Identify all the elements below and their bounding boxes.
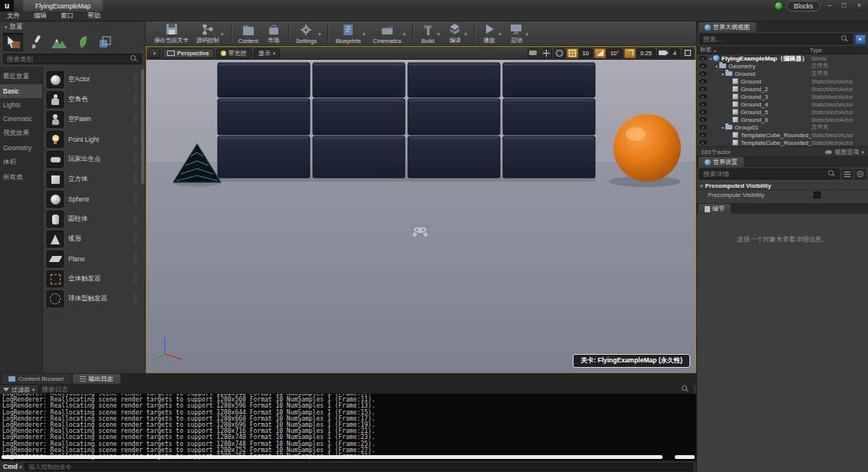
drag-handle[interactable] [133,194,137,205]
close-button[interactable] [853,0,865,11]
drag-handle[interactable] [133,114,137,125]
cmd-dropdown[interactable]: Cmd [3,463,21,470]
category-all-classes[interactable]: 所有类 [0,170,42,185]
visibility-eye-icon[interactable] [699,94,707,99]
table-row[interactable]: TemplateCube_Rounded_6 StaticMeshActor [697,131,868,139]
save-current-button[interactable]: 保存当前关卡 [150,22,192,45]
visibility-eye-icon[interactable] [699,140,707,145]
precompute-visibility-checkbox[interactable] [814,192,820,198]
column-label[interactable]: 标签 [700,46,810,54]
drag-handle[interactable] [133,293,137,304]
category-lights[interactable]: Lights [0,98,42,112]
list-item[interactable]: 空角色 [47,90,137,110]
display-filter-icon[interactable] [842,169,853,179]
visibility-eye-icon[interactable] [699,87,707,91]
table-row[interactable]: Geometry 文件夹 [697,62,868,70]
account-status-icon[interactable] [774,2,783,10]
level-tab[interactable]: FlyingExampleMap [23,0,103,11]
category-volumes[interactable]: 体积 [0,155,42,170]
table-row[interactable]: Ground StaticMeshActor [697,77,868,85]
category-geometry[interactable]: Geometry [0,141,42,155]
world-space-icon[interactable] [554,48,565,58]
column-type[interactable]: Type [810,47,865,54]
expander-icon[interactable] [722,70,724,77]
table-row[interactable]: FlyingExampleMap（编辑器） World [697,54,868,62]
section-precomputed-visibility[interactable]: Precomputed Visibility [697,181,868,190]
settings-button[interactable]: Settings [292,22,325,45]
camera-speed-value[interactable]: 4 [669,48,680,58]
rotation-snap-value[interactable]: 10° [607,48,623,58]
output-log-area[interactable]: LogRenderer: Reallocating scene render t… [0,394,696,461]
menu-file[interactable]: 文件 [0,11,27,21]
list-item[interactable]: Sphere [47,189,137,209]
list-item[interactable]: 球体型触发器 [47,289,137,309]
visibility-eye-icon[interactable] [699,110,707,114]
list-item[interactable]: 空Actor [47,70,137,90]
console-command-input[interactable] [25,463,693,471]
modes-header[interactable]: 放置 [0,21,145,31]
list-item[interactable]: 立方体 [47,169,137,189]
category-cinematic[interactable]: Cinematic [0,112,42,126]
compile-button[interactable]: 编译 [443,22,471,45]
landscape-mode-icon[interactable] [49,33,69,51]
tab-world-settings[interactable]: 世界设置 [699,157,744,167]
list-item[interactable]: 盒体触发器 [47,269,137,289]
list-item[interactable]: 空Pawn [47,110,137,129]
level-badge[interactable]: 关卡: FlyingExampleMap (永久性) [573,354,690,368]
tab-world-outliner[interactable]: 世界大纲视图 [699,22,756,32]
source-control-button[interactable]: 源码控制 [192,22,228,45]
panel-menu-icon[interactable] [855,34,866,44]
drag-handle[interactable] [133,74,137,85]
modes-search-box[interactable] [3,54,142,64]
visibility-eye-icon[interactable] [699,56,707,61]
expander-icon[interactable] [709,54,712,62]
log-search-box[interactable] [38,385,693,394]
rotation-snap-icon[interactable] [594,48,606,58]
drag-handle[interactable] [133,274,137,284]
visibility-eye-icon[interactable] [699,71,707,76]
gamepad-toggle-icon[interactable] [528,48,539,58]
viewport-3d-scene[interactable]: 关卡: FlyingExampleMap (永久性) [146,60,695,372]
paint-mode-icon[interactable] [26,33,46,51]
minimize-button[interactable] [824,0,835,11]
tab-output-log[interactable]: 输出日志 [73,374,120,384]
list-item[interactable]: 锥形 [47,229,137,249]
log-search-input[interactable] [42,385,679,393]
drag-handle[interactable] [133,214,137,225]
scrollbar-corner[interactable] [675,455,695,459]
grid-snap-icon[interactable] [567,48,578,58]
view-options-button[interactable]: 视图选项 [825,148,864,156]
category-basic[interactable]: Basic [0,84,42,98]
marketplace-button[interactable]: 市场 [262,22,285,45]
view-mode-button[interactable]: 带光照 [216,48,252,58]
list-item[interactable]: Point Light [47,129,137,149]
restore-button[interactable] [838,0,850,11]
play-button[interactable]: 播放 [478,22,505,45]
filters-button[interactable]: 过滤器 [3,385,35,394]
viewport-options-icon[interactable] [149,48,160,58]
list-item[interactable]: Plane [47,249,137,269]
outliner-search-box[interactable] [699,34,853,44]
visibility-eye-icon[interactable] [699,117,707,122]
visibility-eye-icon[interactable] [699,102,707,107]
visibility-eye-icon[interactable] [699,79,707,84]
content-browser-button[interactable]: Content [235,22,262,45]
menu-help[interactable]: 帮助 [81,11,107,21]
visibility-eye-icon[interactable] [699,125,707,129]
build-button[interactable]: Build [416,22,444,45]
blocks-button[interactable]: Blocks [786,1,820,11]
table-row[interactable]: Group01 文件夹 [697,123,868,131]
table-row[interactable]: Ground_4 StaticMeshActor [697,100,868,108]
modes-search-input[interactable] [7,55,128,63]
table-row[interactable]: Ground_2 StaticMeshActor [697,85,868,93]
place-mode-icon[interactable] [3,33,23,51]
scale-snap-value[interactable]: 0.25 [636,48,656,58]
geometry-mode-icon[interactable] [95,33,115,51]
drag-handle[interactable] [133,94,137,105]
menu-edit[interactable]: 编辑 [27,11,54,21]
list-item[interactable]: 玩家出生点 [47,149,137,169]
show-flags-button[interactable]: 显示 [254,48,281,58]
table-row[interactable]: Ground_3 StaticMeshActor [697,93,868,100]
launch-button[interactable]: 启动 [505,22,532,45]
camera-mode-button[interactable]: Perspective [163,48,214,58]
